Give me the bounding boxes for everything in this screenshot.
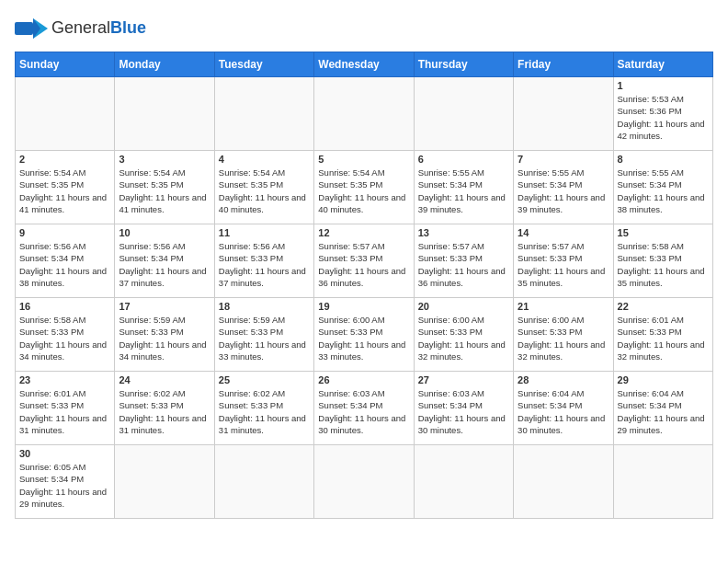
cell-text-line: Sunset: 5:36 PM <box>618 105 709 117</box>
cell-text-line: Daylight: 11 hours and 34 minutes. <box>19 339 110 363</box>
calendar-cell <box>414 77 513 151</box>
day-number: 3 <box>119 154 210 165</box>
day-number: 25 <box>219 374 310 385</box>
day-number: 9 <box>19 227 110 238</box>
calendar-cell: 28Sunrise: 6:04 AMSunset: 5:34 PMDayligh… <box>514 372 613 445</box>
cell-text-line: Sunset: 5:34 PM <box>518 178 609 190</box>
cell-text-line: Sunset: 5:33 PM <box>518 252 609 264</box>
cell-text-line: Daylight: 11 hours and 42 minutes. <box>618 118 709 143</box>
calendar-cell: 5Sunrise: 5:54 AMSunset: 5:35 PMDaylight… <box>314 151 414 224</box>
cell-text-line: Sunrise: 5:56 AM <box>219 240 310 252</box>
cell-text-line: Sunset: 5:33 PM <box>418 326 509 338</box>
cell-text-line: Sunrise: 5:55 AM <box>418 167 509 178</box>
calendar-cell: 26Sunrise: 6:03 AMSunset: 5:34 PMDayligh… <box>314 372 414 445</box>
logo-icon <box>15 15 48 42</box>
cell-text-line: Sunset: 5:35 PM <box>119 178 210 190</box>
cell-text-line: Sunrise: 6:03 AM <box>418 387 509 399</box>
day-number: 28 <box>518 374 609 385</box>
calendar-cell: 20Sunrise: 6:00 AMSunset: 5:33 PMDayligh… <box>414 298 513 372</box>
cell-text-line: Sunset: 5:33 PM <box>418 252 509 264</box>
calendar-cell: 13Sunrise: 5:57 AMSunset: 5:33 PMDayligh… <box>414 224 513 298</box>
cell-text-line: Sunset: 5:35 PM <box>219 178 310 190</box>
cell-text-line: Sunrise: 6:00 AM <box>318 314 409 326</box>
calendar-cell: 12Sunrise: 5:57 AMSunset: 5:33 PMDayligh… <box>314 224 414 298</box>
calendar-cell: 3Sunrise: 5:54 AMSunset: 5:35 PMDaylight… <box>115 151 214 224</box>
cell-text-line: Sunrise: 5:53 AM <box>618 93 709 105</box>
cell-text-line: Daylight: 11 hours and 31 minutes. <box>219 412 310 437</box>
cell-text-line: Daylight: 11 hours and 38 minutes. <box>19 265 110 290</box>
cell-text-line: Sunrise: 5:58 AM <box>19 314 110 326</box>
cell-text-line: Sunset: 5:34 PM <box>19 252 110 264</box>
cell-text-line: Sunrise: 5:57 AM <box>518 240 609 252</box>
cell-text-line: Sunset: 5:33 PM <box>219 326 310 338</box>
weekday-header-wednesday: Wednesday <box>314 52 414 77</box>
calendar-cell: 1Sunrise: 5:53 AMSunset: 5:36 PMDaylight… <box>613 77 712 151</box>
day-number: 14 <box>518 227 609 238</box>
weekday-header-row: SundayMondayTuesdayWednesdayThursdayFrid… <box>16 52 713 77</box>
cell-text-line: Daylight: 11 hours and 29 minutes. <box>19 486 110 511</box>
calendar-cell: 9Sunrise: 5:56 AMSunset: 5:34 PMDaylight… <box>16 224 115 298</box>
cell-text-line: Sunset: 5:33 PM <box>119 399 210 411</box>
cell-text-line: Daylight: 11 hours and 33 minutes. <box>219 339 310 363</box>
cell-text-line: Sunrise: 6:02 AM <box>119 387 210 399</box>
day-number: 24 <box>119 374 210 385</box>
calendar-cell: 2Sunrise: 5:54 AMSunset: 5:35 PMDaylight… <box>16 151 115 224</box>
header: GeneralBlue <box>15 15 713 42</box>
cell-text-line: Sunset: 5:34 PM <box>618 399 709 411</box>
week-row-0: 1Sunrise: 5:53 AMSunset: 5:36 PMDaylight… <box>16 77 713 151</box>
calendar-cell <box>314 77 414 151</box>
calendar-cell: 22Sunrise: 6:01 AMSunset: 5:33 PMDayligh… <box>613 298 712 372</box>
day-number: 22 <box>618 301 709 312</box>
cell-text-line: Sunset: 5:33 PM <box>219 399 310 411</box>
calendar-cell: 10Sunrise: 5:56 AMSunset: 5:34 PMDayligh… <box>115 224 214 298</box>
calendar-cell: 7Sunrise: 5:55 AMSunset: 5:34 PMDaylight… <box>514 151 613 224</box>
calendar-header: SundayMondayTuesdayWednesdayThursdayFrid… <box>16 52 713 77</box>
cell-text-line: Sunrise: 5:54 AM <box>219 167 310 178</box>
cell-text-line: Daylight: 11 hours and 39 minutes. <box>518 191 609 216</box>
day-number: 12 <box>318 227 409 238</box>
calendar-cell <box>115 77 214 151</box>
cell-text-line: Sunset: 5:33 PM <box>618 252 709 264</box>
day-number: 6 <box>418 154 509 165</box>
day-number: 13 <box>418 227 509 238</box>
cell-text-line: Daylight: 11 hours and 30 minutes. <box>318 412 409 437</box>
calendar-cell: 25Sunrise: 6:02 AMSunset: 5:33 PMDayligh… <box>214 372 313 445</box>
cell-text-line: Sunrise: 5:57 AM <box>318 240 409 252</box>
cell-text-line: Daylight: 11 hours and 33 minutes. <box>318 339 409 363</box>
cell-text-line: Daylight: 11 hours and 35 minutes. <box>618 265 709 290</box>
day-number: 11 <box>219 227 310 238</box>
day-number: 18 <box>219 301 310 312</box>
weekday-header-tuesday: Tuesday <box>214 52 313 77</box>
cell-text-line: Daylight: 11 hours and 32 minutes. <box>518 339 609 363</box>
cell-text-line: Sunrise: 6:05 AM <box>19 461 110 473</box>
cell-text-line: Sunrise: 6:01 AM <box>19 387 110 399</box>
weekday-header-saturday: Saturday <box>613 52 712 77</box>
day-number: 7 <box>518 154 609 165</box>
calendar-cell <box>115 445 214 519</box>
calendar-cell: 27Sunrise: 6:03 AMSunset: 5:34 PMDayligh… <box>414 372 513 445</box>
calendar-cell <box>314 445 414 519</box>
week-row-1: 2Sunrise: 5:54 AMSunset: 5:35 PMDaylight… <box>16 151 713 224</box>
logo-text: GeneralBlue <box>51 19 146 38</box>
cell-text-line: Daylight: 11 hours and 35 minutes. <box>518 265 609 290</box>
cell-text-line: Sunset: 5:33 PM <box>318 252 409 264</box>
cell-text-line: Sunset: 5:34 PM <box>418 178 509 190</box>
cell-text-line: Sunrise: 6:00 AM <box>518 314 609 326</box>
cell-text-line: Daylight: 11 hours and 32 minutes. <box>618 339 709 363</box>
week-row-2: 9Sunrise: 5:56 AMSunset: 5:34 PMDaylight… <box>16 224 713 298</box>
cell-text-line: Daylight: 11 hours and 37 minutes. <box>119 265 210 290</box>
cell-text-line: Daylight: 11 hours and 40 minutes. <box>219 191 310 216</box>
day-number: 15 <box>618 227 709 238</box>
calendar-cell: 14Sunrise: 5:57 AMSunset: 5:33 PMDayligh… <box>514 224 613 298</box>
weekday-header-sunday: Sunday <box>16 52 115 77</box>
calendar-cell: 17Sunrise: 5:59 AMSunset: 5:33 PMDayligh… <box>115 298 214 372</box>
cell-text-line: Sunrise: 6:04 AM <box>518 387 609 399</box>
cell-text-line: Daylight: 11 hours and 37 minutes. <box>219 265 310 290</box>
calendar-cell <box>414 445 513 519</box>
calendar-cell: 6Sunrise: 5:55 AMSunset: 5:34 PMDaylight… <box>414 151 513 224</box>
cell-text-line: Daylight: 11 hours and 39 minutes. <box>418 191 509 216</box>
cell-text-line: Daylight: 11 hours and 40 minutes. <box>318 191 409 216</box>
day-number: 10 <box>119 227 210 238</box>
cell-text-line: Daylight: 11 hours and 29 minutes. <box>618 412 709 437</box>
calendar-cell: 16Sunrise: 5:58 AMSunset: 5:33 PMDayligh… <box>16 298 115 372</box>
